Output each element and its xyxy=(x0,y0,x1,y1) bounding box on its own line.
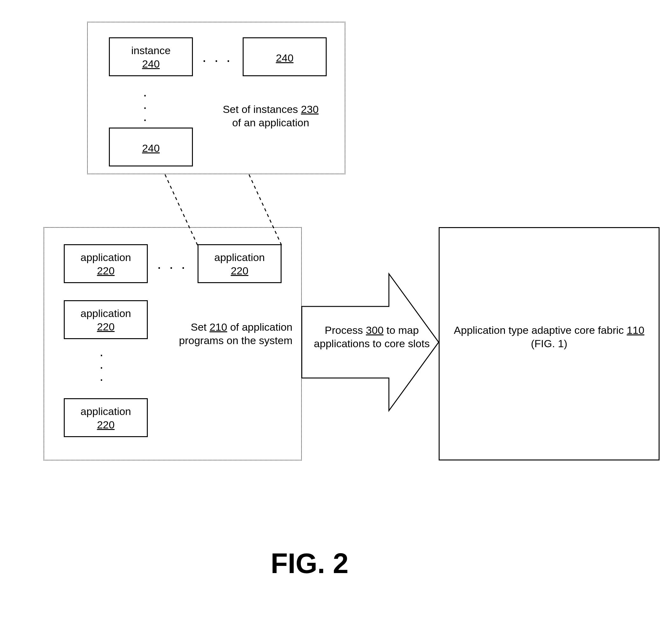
core-fabric-line2: (FIG. 1) xyxy=(531,337,567,349)
application-box-3: application 220 xyxy=(64,300,148,339)
diagram-canvas: instance 240 . . . 240 ... 240 Set of in… xyxy=(0,0,672,644)
applications-caption: Set 210 of application programs on the s… xyxy=(174,320,292,347)
application-box-2: application 220 xyxy=(197,244,281,283)
arrow-label: Process 300 to map applications to core … xyxy=(307,324,437,350)
application-ellipsis-v: ... xyxy=(99,345,105,382)
instance-ref-2: 240 xyxy=(276,52,294,64)
instance-ellipsis-v: ... xyxy=(143,85,149,122)
instances-caption-suffix: of an application xyxy=(232,117,309,129)
instances-caption-ref: 230 xyxy=(301,103,319,115)
instance-box-3: 240 xyxy=(109,128,193,166)
instance-ellipsis-h: . . . xyxy=(202,53,232,61)
arrow-line1-prefix: Process xyxy=(325,324,366,336)
application-label-4: application xyxy=(81,405,131,417)
application-ref-1: 220 xyxy=(97,265,115,277)
application-ellipsis-h: . . . xyxy=(157,260,187,268)
application-ref-2: 220 xyxy=(231,265,249,277)
instance-ref-3: 240 xyxy=(142,142,160,154)
application-ref-3: 220 xyxy=(97,321,115,333)
application-label-1: application xyxy=(81,251,131,263)
figure-caption: FIG. 2 xyxy=(271,548,348,580)
arrow-line2: applications to core slots xyxy=(314,337,430,349)
arrow-line1-ref: 300 xyxy=(366,324,384,336)
instances-caption: Set of instances 230 of an application xyxy=(205,103,336,129)
arrow-line1-suffix: to map xyxy=(384,324,419,336)
instances-caption-prefix: Set of instances xyxy=(223,103,301,115)
application-box-4: application 220 xyxy=(64,398,148,437)
instance-ref-1: 240 xyxy=(142,58,160,70)
core-fabric-ref: 110 xyxy=(627,324,644,336)
instance-box-2: 240 xyxy=(243,37,327,76)
application-label-2: application xyxy=(214,251,265,263)
application-ref-4: 220 xyxy=(97,419,115,431)
core-fabric-line1: Application type adaptive core fabric xyxy=(454,324,627,336)
applications-caption-ref: 210 xyxy=(209,321,227,333)
core-fabric-caption: Application type adaptive core fabric 11… xyxy=(445,324,653,350)
instance-label-1: instance xyxy=(131,45,171,56)
application-label-3: application xyxy=(81,307,131,319)
applications-caption-prefix: Set xyxy=(191,321,209,333)
application-box-1: application 220 xyxy=(64,244,148,283)
instance-box-1: instance 240 xyxy=(109,37,193,76)
